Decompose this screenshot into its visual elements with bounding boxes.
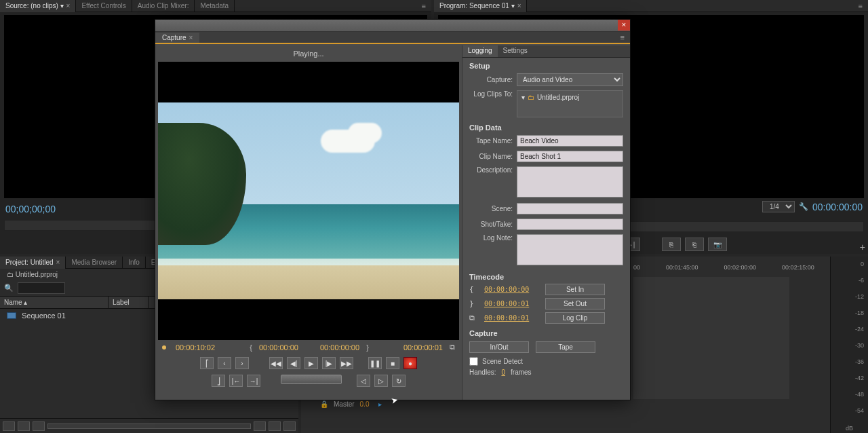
close-icon[interactable]: × [618, 20, 630, 31]
wrench-icon[interactable]: 🔧 [799, 202, 808, 211]
capture-mode-select[interactable]: Audio and Video [517, 73, 623, 86]
goto-in-icon[interactable]: |← [229, 375, 243, 387]
tab-capture[interactable]: Capture× [155, 33, 199, 43]
search-input[interactable] [18, 282, 65, 294]
out-timecode[interactable]: 00:00:00:00 [320, 343, 359, 352]
set-out-icon[interactable]: ⎦ [212, 375, 225, 387]
rewind-icon[interactable]: ◀◀ [269, 357, 283, 369]
tab-project[interactable]: Project: Untitled× [0, 257, 66, 269]
new-bin-icon[interactable] [254, 421, 266, 431]
stop-icon[interactable]: ■ [386, 357, 399, 369]
next-scene-icon[interactable]: › [235, 357, 249, 369]
in-timecode[interactable]: 00:00:00:00 [259, 343, 298, 352]
current-timecode[interactable]: 00:00:10:02 [176, 343, 215, 352]
tab-settings[interactable]: Settings [498, 45, 533, 57]
timeline-tracks[interactable] [633, 277, 789, 399]
panel-menu-icon[interactable]: ≡ [853, 2, 868, 10]
jog-shuttle[interactable] [281, 375, 342, 384]
description-input[interactable] [517, 166, 623, 197]
lognote-input[interactable] [517, 234, 623, 265]
lift-icon[interactable]: ⎘ [662, 238, 681, 251]
brace-in-icon: { [250, 343, 252, 352]
tape-name-input[interactable] [517, 135, 623, 147]
logto-project: Untitled.prproj [537, 94, 579, 101]
panel-menu-icon[interactable]: ≡ [615, 33, 630, 41]
tc-duration[interactable]: 00:00:00:01 [484, 314, 538, 322]
audio-meter: 0 -6 -12 -18 -24 -30 -36 -42 -48 -54 dB [830, 257, 868, 433]
panel-menu-icon[interactable]: ≡ [416, 2, 431, 10]
step-back-icon[interactable]: ◀| [287, 357, 300, 369]
clip-name-input[interactable] [517, 151, 623, 162]
lock-icon[interactable]: 🔒 [320, 400, 328, 408]
handles-value[interactable]: 0 [501, 369, 505, 376]
tc-out[interactable]: 00:00:00:01 [484, 300, 538, 307]
log-clip-button[interactable]: Log Clip [545, 312, 605, 324]
tab-effect-controls[interactable]: Effect Controls [76, 0, 132, 12]
slow-fwd-icon[interactable]: ▷ [374, 375, 388, 387]
close-icon[interactable]: × [517, 2, 521, 10]
tab-metadata[interactable]: Metadata [195, 0, 235, 12]
close-icon[interactable]: × [56, 259, 60, 266]
prev-scene-icon[interactable]: ‹ [218, 357, 231, 369]
chevron-down-icon: ▾ [521, 94, 525, 101]
goto-out-icon[interactable]: →| [247, 375, 260, 387]
logto-tree[interactable]: ▾ 🗀 Untitled.prproj [517, 90, 623, 117]
capture-status: Playing... [155, 45, 462, 62]
loop-icon[interactable]: ↻ [392, 375, 406, 387]
tab-program[interactable]: Program: Sequence 01 ▾× [434, 0, 527, 12]
icon-view-icon[interactable] [18, 421, 30, 431]
close-icon[interactable]: × [189, 34, 193, 41]
capture-dialog: × Capture× ≡ Playing... 00:00:10:02 [155, 19, 631, 400]
meter-mark: -6 [859, 277, 864, 284]
trash-icon[interactable] [283, 421, 296, 431]
capture-tape-button[interactable]: Tape [536, 341, 595, 353]
set-in-icon[interactable]: ⎡ [200, 357, 214, 369]
master-value[interactable]: 0.0 [360, 400, 370, 408]
playhead-icon[interactable]: ▸ [378, 400, 382, 408]
tab-logging[interactable]: Logging [462, 45, 498, 57]
col-label[interactable]: Label [108, 297, 149, 308]
set-out-button[interactable]: Set Out [545, 298, 605, 309]
zoom-slider[interactable] [47, 423, 251, 429]
close-icon[interactable]: × [66, 2, 71, 10]
chevron-down-icon: ▾ [60, 2, 64, 10]
dialog-titlebar[interactable]: × [155, 20, 630, 32]
export-frame-icon[interactable]: 📷 [708, 238, 727, 251]
slow-back-icon[interactable]: ◁ [357, 375, 370, 387]
brace-out-icon: } [366, 343, 369, 352]
brace-out-icon: } [469, 299, 477, 308]
handles-unit: frames [511, 369, 532, 376]
sequence-icon [7, 312, 16, 319]
play-icon[interactable]: ▶ [304, 357, 318, 369]
tab-audio-mixer[interactable]: Audio Clip Mixer: [132, 0, 195, 12]
brace-in-icon: { [469, 285, 477, 294]
description-label: Description: [469, 166, 513, 174]
tab-info[interactable]: Info [123, 257, 146, 269]
section-clipdata: Clip Data [462, 119, 630, 133]
zoom-select[interactable]: 1/4 [762, 201, 795, 212]
timeline-ruler[interactable]: 00 00:01:45:00 00:02:00:00 00:02:15:00 0… [633, 261, 823, 274]
tab-source[interactable]: Source: (no clips) ▾× [0, 0, 76, 12]
step-fwd-icon[interactable]: |▶ [322, 357, 336, 369]
list-view-icon[interactable] [3, 421, 15, 431]
section-capture: Capture [462, 325, 630, 339]
tc-in[interactable]: 00:00:00:00 [484, 286, 538, 293]
tab-media-browser[interactable]: Media Browser [66, 257, 123, 269]
scene-input[interactable] [517, 203, 623, 214]
extract-icon[interactable]: ⎗ [685, 238, 704, 251]
shot-input[interactable] [517, 219, 623, 230]
bin-icon: 🗀 [7, 271, 14, 278]
set-in-button[interactable]: Set In [545, 284, 605, 295]
record-icon[interactable]: ● [403, 357, 417, 369]
pause-icon[interactable]: ❚❚ [368, 357, 382, 369]
col-name[interactable]: Name ▴ [0, 297, 108, 308]
duration-timecode[interactable]: 00:00:00:01 [403, 343, 443, 352]
scene-detect-checkbox[interactable] [469, 357, 478, 366]
chevron-down-icon: ▾ [511, 2, 515, 10]
freeform-icon[interactable] [33, 421, 45, 431]
capture-inout-button[interactable]: In/Out [469, 341, 529, 353]
new-item-icon[interactable] [269, 421, 281, 431]
add-button-icon[interactable]: + [860, 242, 865, 252]
program-timecode[interactable]: 00:00:00:00 [812, 202, 863, 212]
fast-fwd-icon[interactable]: ▶▶ [340, 357, 353, 369]
